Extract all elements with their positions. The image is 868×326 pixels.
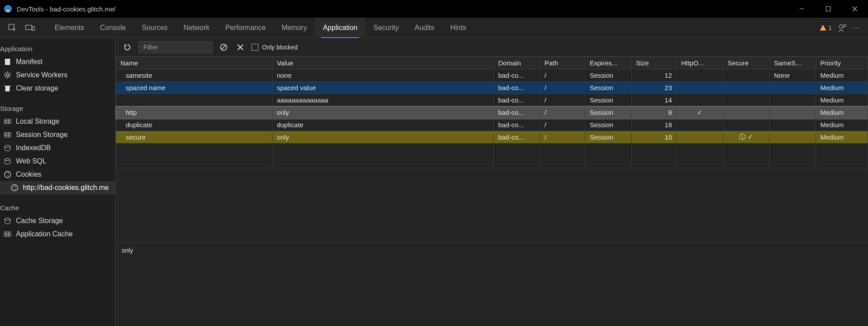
svg-point-11	[6, 74, 9, 76]
cell-path: /	[540, 69, 585, 82]
cell-priority: Medium	[816, 119, 868, 131]
cell-size: 10	[632, 131, 677, 144]
table-header-row: Name Value Domain Path Expires... Size H…	[116, 57, 868, 69]
sidebar-item-label: Application Cache	[16, 230, 73, 238]
window-maximize-button[interactable]	[815, 0, 842, 18]
sidebar-item-label: Clear storage	[16, 84, 58, 92]
cell-secure	[723, 94, 769, 106]
database-icon	[4, 217, 11, 225]
col-path[interactable]: Path	[540, 57, 585, 69]
svg-point-42	[5, 218, 10, 220]
cookie-detail-value: only	[122, 247, 133, 254]
col-secure[interactable]: Secure	[723, 57, 769, 69]
sidebar-item-cookie-origin[interactable]: http://bad-cookies.glitch.me	[0, 181, 115, 194]
sidebar-item-label: http://bad-cookies.glitch.me	[23, 184, 109, 192]
cell-name	[116, 94, 273, 106]
svg-rect-43	[4, 231, 11, 237]
tab-console[interactable]: Console	[92, 18, 134, 38]
warnings-badge[interactable]: 1	[819, 24, 832, 31]
devtools-app-icon	[4, 4, 12, 13]
svg-point-9	[839, 25, 843, 28]
svg-line-18	[5, 77, 6, 78]
sidebar-item-label: Service Workers	[16, 71, 67, 79]
table-row[interactable]: spaced namespaced valuebad-co.../Session…	[116, 82, 868, 94]
cell-name: http	[116, 106, 273, 119]
cell-priority: Medium	[816, 69, 868, 82]
cell-samesite	[769, 94, 816, 106]
col-name[interactable]: Name	[116, 57, 273, 69]
tab-audits[interactable]: Audits	[407, 18, 442, 38]
svg-rect-7	[26, 25, 32, 30]
feedback-icon[interactable]	[838, 23, 847, 32]
sidebar-item-label: Cache Storage	[16, 217, 63, 225]
col-size[interactable]: Size	[632, 57, 677, 69]
table-row[interactable]: duplicateduplicatebad-co.../Session18Med…	[116, 119, 868, 131]
database-icon	[4, 157, 11, 165]
tab-hints[interactable]: Hints	[442, 18, 474, 38]
col-expires[interactable]: Expires...	[585, 57, 631, 69]
svg-line-16	[5, 72, 6, 73]
cell-priority: Medium	[816, 94, 868, 106]
sidebar-item-session-storage[interactable]: Session Storage	[0, 128, 115, 141]
col-value[interactable]: Value	[272, 57, 494, 69]
table-row[interactable]: secureonlybad-co.../Session10ⓘ ✓Medium	[116, 131, 868, 144]
table-row[interactable]: samesitenonebad-co.../Session12NoneMediu…	[116, 69, 868, 82]
sidebar-item-websql[interactable]: Web SQL	[0, 155, 115, 168]
tab-elements[interactable]: Elements	[47, 18, 92, 38]
clear-all-button[interactable]	[218, 42, 229, 53]
file-icon	[4, 58, 11, 66]
col-samesite[interactable]: SameS...	[769, 57, 816, 69]
window-close-button[interactable]	[842, 0, 868, 18]
sidebar-item-service-workers[interactable]: Service Workers	[0, 68, 115, 82]
window-minimize-button[interactable]	[789, 0, 815, 18]
cell-httponly	[677, 119, 723, 131]
delete-selected-button[interactable]	[235, 42, 246, 53]
cell-samesite	[769, 106, 816, 119]
tab-sources[interactable]: Sources	[134, 18, 176, 38]
filter-input[interactable]	[138, 41, 213, 53]
sidebar-item-cookies[interactable]: Cookies	[0, 168, 115, 181]
cell-httponly	[677, 131, 723, 144]
inspect-element-icon[interactable]	[6, 22, 19, 34]
cell-value: aaaaaaaaaaaaaa	[272, 94, 494, 106]
only-blocked-checkbox[interactable]: Only blocked	[251, 44, 298, 51]
col-priority[interactable]: Priority	[816, 57, 868, 69]
trash-icon	[4, 84, 11, 92]
col-httponly[interactable]: HttpO...	[677, 57, 723, 69]
application-sidebar: Application Manifest Service Workers Cle…	[0, 38, 116, 326]
gear-icon	[4, 71, 11, 79]
sidebar-item-clear-storage[interactable]: Clear storage	[0, 82, 115, 95]
cell-secure	[723, 69, 769, 82]
refresh-button[interactable]	[122, 42, 133, 53]
tab-security[interactable]: Security	[365, 18, 407, 38]
sidebar-item-cache-storage[interactable]: Cache Storage	[0, 214, 115, 227]
col-domain[interactable]: Domain	[494, 57, 540, 69]
table-row[interactable]: httponlybad-co.../Session8✓Medium	[116, 106, 868, 119]
more-menu-icon[interactable]: ⋯	[853, 24, 860, 31]
cell-samesite	[769, 82, 816, 94]
tab-performance[interactable]: Performance	[217, 18, 274, 38]
tab-network[interactable]: Network	[176, 18, 217, 38]
cell-name: secure	[116, 131, 273, 144]
cell-expires: Session	[585, 82, 631, 94]
sidebar-item-indexeddb[interactable]: IndexedDB	[0, 141, 115, 155]
device-toggle-icon[interactable]	[24, 22, 36, 34]
sidebar-item-manifest[interactable]: Manifest	[0, 55, 115, 68]
tab-application[interactable]: Application	[315, 18, 365, 38]
svg-point-38	[11, 185, 18, 191]
svg-rect-1	[6, 10, 10, 11]
cell-domain: bad-co...	[494, 131, 540, 144]
cell-priority: Medium	[816, 106, 868, 119]
cell-path: /	[540, 131, 585, 144]
sidebar-item-application-cache[interactable]: Application Cache	[0, 227, 115, 241]
tab-memory[interactable]: Memory	[273, 18, 315, 38]
cookies-panel: Only blocked Name Value Domain Path Expi…	[116, 38, 868, 326]
cell-size: 23	[632, 82, 677, 94]
cell-size: 8	[632, 106, 677, 119]
sidebar-item-local-storage[interactable]: Local Storage	[0, 115, 115, 128]
cell-path: /	[540, 119, 585, 131]
cell-value: spaced value	[272, 82, 494, 94]
cell-samesite: None	[769, 69, 816, 82]
cell-priority: Medium	[816, 82, 868, 94]
table-row[interactable]: aaaaaaaaaaaaaabad-co.../Session14Medium	[116, 94, 868, 106]
